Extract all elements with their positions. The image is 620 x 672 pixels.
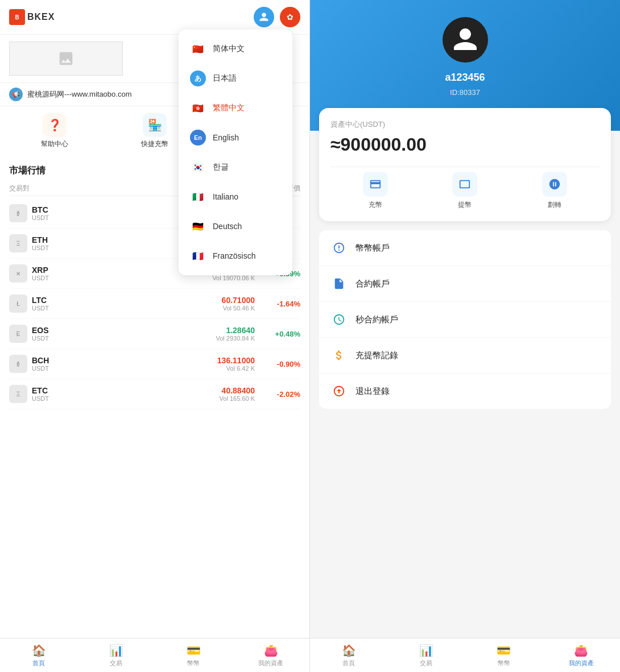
hk-flag-button[interactable]: ✿ bbox=[280, 7, 300, 27]
notice-text: 蜜桃源码网---www.mitaobo.com bbox=[27, 89, 131, 99]
quick-charge-label: 快捷充幣 bbox=[141, 139, 168, 149]
eos-icon: E bbox=[9, 325, 27, 343]
right-coin-icon: 💳 bbox=[497, 644, 511, 657]
transfer-icon bbox=[542, 172, 567, 197]
it-flag-icon: 🇮🇹 bbox=[190, 189, 206, 205]
coin-icon: 💳 bbox=[187, 644, 201, 657]
coin-info-eth: Ξ ETH USDT bbox=[9, 234, 89, 252]
right-bottom-nav: 🏠 首頁 📊 交易 💳 幣幣 👛 我的資產 bbox=[310, 638, 620, 672]
right-nav-coin[interactable]: 💳 幣幣 bbox=[465, 638, 543, 672]
asset-card: 資產中心(USDT) ≈900000.00 充幣 提幣 劃轉 bbox=[319, 108, 611, 221]
right-home-icon: 🏠 bbox=[342, 644, 356, 657]
lang-italian-label: Italiano bbox=[213, 192, 238, 201]
avatar bbox=[443, 17, 488, 63]
fr-flag-icon: 🇫🇷 bbox=[190, 248, 206, 264]
etc-icon: Ξ bbox=[9, 385, 27, 403]
logo-text: BKEX bbox=[27, 12, 55, 22]
home-label: 首頁 bbox=[32, 659, 45, 667]
cn-flag-icon: 🇨🇳 bbox=[190, 41, 206, 57]
right-nav-trade[interactable]: 📊 交易 bbox=[387, 638, 465, 672]
logo-area: B BKEX bbox=[9, 9, 55, 25]
lang-french-label: Französisch bbox=[213, 251, 255, 260]
notice-icon: 📢 bbox=[9, 88, 23, 101]
asset-actions: 充幣 提幣 劃轉 bbox=[330, 167, 600, 210]
nav-help[interactable]: ❓ 幫助中心 bbox=[5, 113, 105, 149]
coin-account-icon bbox=[330, 239, 348, 256]
right-home-label: 首頁 bbox=[342, 659, 355, 667]
transfer-button[interactable]: 劃轉 bbox=[542, 172, 567, 210]
lang-item-japanese[interactable]: あ 日本語 bbox=[179, 64, 292, 93]
eth-icon: Ξ bbox=[9, 234, 27, 252]
deposit-label: 充幣 bbox=[369, 200, 382, 210]
en-flag-icon: En bbox=[190, 130, 206, 146]
right-assets-icon: 👛 bbox=[574, 644, 588, 657]
ltc-icon: Ł bbox=[9, 294, 27, 313]
assets-label: 我的資產 bbox=[258, 659, 283, 667]
lang-traditional-label: 繁體中文 bbox=[213, 103, 245, 113]
transfer-label: 劃轉 bbox=[548, 200, 561, 210]
coin-label: 幣幣 bbox=[187, 659, 200, 667]
col-pair: 交易對 bbox=[9, 184, 89, 193]
table-row[interactable]: E EOS USDT 1.28640 Vol 2930.84 K +0.48% bbox=[9, 319, 300, 349]
account-menu: 幣幣帳戶 合約帳戶 秒合約帳戶 充提幣記錄 退出登錄 bbox=[319, 230, 611, 409]
right-trade-label: 交易 bbox=[420, 659, 432, 667]
right-trade-icon: 📊 bbox=[419, 644, 433, 657]
lang-japanese-label: 日本語 bbox=[213, 73, 237, 84]
deposit-button[interactable]: 充幣 bbox=[363, 172, 388, 210]
person-icon-button[interactable] bbox=[254, 7, 274, 27]
banner-image bbox=[9, 42, 123, 76]
menu-contract-account[interactable]: 合約帳戶 bbox=[319, 266, 611, 302]
left-nav-trade[interactable]: 📊 交易 bbox=[77, 638, 155, 672]
coin-account-label: 幣幣帳戶 bbox=[356, 243, 390, 254]
coin-info-btc: ₿ BTC USDT bbox=[9, 204, 89, 222]
lang-item-german[interactable]: 🇩🇪 Deutsch bbox=[179, 211, 292, 241]
left-nav-coin[interactable]: 💳 幣幣 bbox=[155, 638, 232, 672]
bch-icon: ₿ bbox=[9, 355, 27, 373]
withdraw-button[interactable]: 提幣 bbox=[452, 172, 477, 210]
home-icon: 🏠 bbox=[32, 644, 46, 657]
table-row[interactable]: Ł LTC USDT 60.71000 Vol 50.46 K -1.64% bbox=[9, 289, 300, 319]
right-nav-assets[interactable]: 👛 我的資產 bbox=[543, 638, 620, 672]
lang-item-traditional[interactable]: 🇭🇰 繁體中文 bbox=[179, 93, 292, 123]
de-flag-icon: 🇩🇪 bbox=[190, 218, 206, 234]
lang-german-label: Deutsch bbox=[213, 222, 242, 231]
lang-item-italian[interactable]: 🇮🇹 Italiano bbox=[179, 182, 292, 211]
second-contract-icon bbox=[330, 311, 348, 328]
asset-label: 資產中心(USDT) bbox=[330, 119, 600, 130]
second-contract-label: 秒合約帳戶 bbox=[356, 314, 398, 325]
lang-item-korean[interactable]: 🇰🇷 한글 bbox=[179, 152, 292, 182]
menu-coin-account[interactable]: 幣幣帳戶 bbox=[319, 230, 611, 266]
kr-flag-icon: 🇰🇷 bbox=[190, 159, 206, 175]
table-row[interactable]: ₿ BCH USDT 136.11000 Vol 6.42 K -0.90% bbox=[9, 349, 300, 379]
lang-item-french[interactable]: 🇫🇷 Französisch bbox=[179, 241, 292, 271]
transaction-record-label: 充提幣記錄 bbox=[356, 350, 398, 361]
contract-account-label: 合約帳戶 bbox=[356, 279, 390, 289]
xrp-icon: ✕ bbox=[9, 264, 27, 283]
menu-logout[interactable]: 退出登錄 bbox=[319, 374, 611, 409]
contract-account-icon bbox=[330, 275, 348, 292]
left-nav-assets[interactable]: 👛 我的資產 bbox=[232, 638, 309, 672]
withdraw-icon bbox=[452, 172, 477, 197]
user-id: ID:80337 bbox=[450, 88, 480, 97]
menu-transaction-record[interactable]: 充提幣記錄 bbox=[319, 338, 611, 374]
left-panel: B BKEX ✿ 📢 蜜桃源码网---www.mitaobo.com ❓ 幫助中… bbox=[0, 0, 310, 672]
lang-item-english[interactable]: En English bbox=[179, 123, 292, 152]
hk-flag-icon: 🇭🇰 bbox=[190, 100, 206, 116]
right-nav-home[interactable]: 🏠 首頁 bbox=[310, 638, 387, 672]
menu-second-contract[interactable]: 秒合約帳戶 bbox=[319, 302, 611, 338]
table-row[interactable]: Ξ ETC USDT 40.88400 Vol 165.60 K -2.02% bbox=[9, 379, 300, 409]
btc-icon: ₿ bbox=[9, 204, 27, 222]
lang-item-simplified[interactable]: 🇨🇳 简体中文 bbox=[179, 34, 292, 64]
username: a123456 bbox=[445, 72, 485, 84]
lang-simplified-label: 简体中文 bbox=[213, 44, 245, 54]
jp-flag-icon: あ bbox=[190, 70, 206, 86]
right-assets-label: 我的資產 bbox=[569, 659, 594, 667]
quick-charge-icon: 🏪 bbox=[143, 113, 167, 137]
assets-icon: 👛 bbox=[264, 644, 278, 657]
lang-korean-label: 한글 bbox=[213, 162, 229, 172]
help-icon: ❓ bbox=[43, 113, 67, 137]
right-coin-label: 幣幣 bbox=[498, 659, 510, 667]
header-icons: ✿ bbox=[254, 7, 300, 27]
left-nav-home[interactable]: 🏠 首頁 bbox=[0, 638, 77, 672]
logout-icon bbox=[330, 383, 348, 400]
